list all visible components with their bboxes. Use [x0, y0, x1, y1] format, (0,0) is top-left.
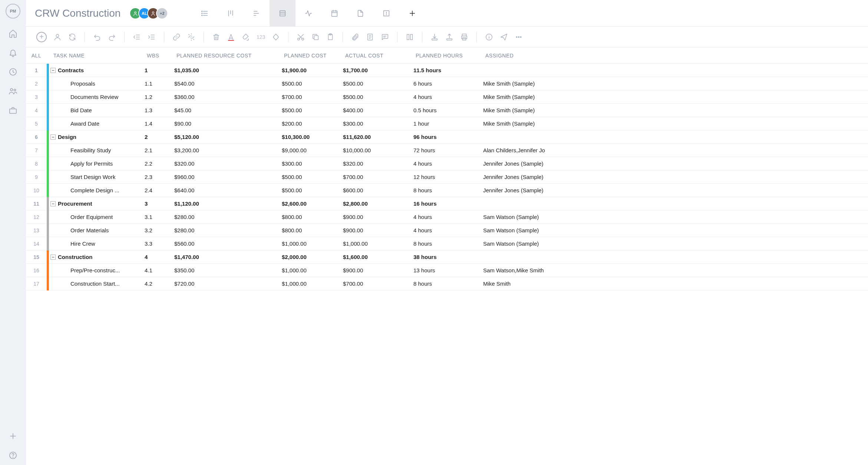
- row-number[interactable]: 4: [26, 107, 47, 113]
- cell-wbs[interactable]: 4.1: [145, 267, 174, 273]
- cell-prc[interactable]: $1,035.00: [174, 67, 282, 73]
- cell-ac[interactable]: $700.00: [343, 174, 413, 180]
- expander-icon[interactable]: −: [50, 255, 56, 260]
- cell-prc[interactable]: $320.00: [174, 160, 282, 167]
- cell-assigned[interactable]: Mike Smith (Sample): [482, 107, 868, 113]
- cell-ac[interactable]: $10,000.00: [343, 147, 413, 153]
- cell-ac[interactable]: $1,000.00: [343, 240, 413, 247]
- cell-assigned[interactable]: Jennifer Jones (Sample): [482, 187, 868, 193]
- cell-wbs[interactable]: 1.3: [145, 107, 174, 113]
- task-row[interactable]: 3Documents Review1.2$360.00$700.00$500.0…: [26, 90, 868, 104]
- task-name-cell[interactable]: −Procurement: [49, 200, 145, 207]
- cell-ph[interactable]: 8 hours: [413, 280, 482, 287]
- task-row[interactable]: 17Construction Start...4.2$720.00$1,000.…: [26, 277, 868, 290]
- sheet-view-tab[interactable]: [270, 0, 296, 27]
- avatar-group[interactable]: AL +2: [129, 7, 168, 19]
- avatar-more[interactable]: +2: [156, 7, 168, 19]
- task-row[interactable]: 8Apply for Permits2.2$320.00$300.00$320.…: [26, 157, 868, 170]
- row-number[interactable]: 7: [26, 147, 47, 153]
- cell-ph[interactable]: 16 hours: [413, 200, 482, 207]
- cell-ph[interactable]: 4 hours: [413, 94, 482, 100]
- expander-icon[interactable]: −: [50, 134, 56, 140]
- cell-prc[interactable]: $350.00: [174, 267, 282, 273]
- task-name-cell[interactable]: Start Design Work: [49, 174, 145, 180]
- cell-assigned[interactable]: Mike Smith: [482, 280, 868, 287]
- cell-prc[interactable]: $280.00: [174, 214, 282, 220]
- cell-assigned[interactable]: Alan Childers,Jennifer Jo: [482, 147, 868, 153]
- cell-prc[interactable]: $90.00: [174, 120, 282, 127]
- board-view-tab[interactable]: [218, 0, 244, 27]
- cell-pc[interactable]: $1,000.00: [282, 267, 343, 273]
- files-view-tab[interactable]: [347, 0, 373, 27]
- cell-ac[interactable]: $700.00: [343, 280, 413, 287]
- row-number[interactable]: 9: [26, 174, 47, 180]
- cell-ph[interactable]: 4 hours: [413, 214, 482, 220]
- more-icon[interactable]: [515, 33, 523, 41]
- cell-pc[interactable]: $200.00: [282, 120, 343, 127]
- cell-assigned[interactable]: Sam Watson (Sample): [482, 227, 868, 233]
- people-icon[interactable]: [9, 87, 17, 96]
- cell-pc[interactable]: $700.00: [282, 94, 343, 100]
- list-view-tab[interactable]: [192, 0, 218, 27]
- clock-icon[interactable]: [9, 67, 17, 76]
- cell-pc[interactable]: $500.00: [282, 80, 343, 87]
- row-number[interactable]: 8: [26, 161, 47, 167]
- attachment-icon[interactable]: [351, 33, 359, 41]
- row-number[interactable]: 14: [26, 241, 47, 247]
- cell-ac[interactable]: $900.00: [343, 227, 413, 233]
- row-number[interactable]: 2: [26, 81, 47, 87]
- col-actual-cost[interactable]: ACTUAL COST: [345, 53, 416, 59]
- cell-ac[interactable]: $900.00: [343, 267, 413, 273]
- task-row[interactable]: 5Award Date1.4$90.00$200.00$300.001 hour…: [26, 117, 868, 130]
- task-row[interactable]: 10Complete Design ...2.4$640.00$500.00$6…: [26, 184, 868, 197]
- milestone-icon[interactable]: [272, 33, 280, 41]
- cell-assigned[interactable]: Sam Watson (Sample): [482, 214, 868, 220]
- cell-wbs[interactable]: 1: [145, 67, 174, 73]
- cell-ac[interactable]: $500.00: [343, 94, 413, 100]
- task-row[interactable]: 2Proposals1.1$540.00$500.00$500.006 hour…: [26, 77, 868, 90]
- bell-icon[interactable]: [9, 48, 17, 57]
- cell-ph[interactable]: 1 hour: [413, 120, 482, 127]
- col-planned-cost[interactable]: PLANNED COST: [284, 53, 345, 59]
- columns-icon[interactable]: [406, 33, 414, 41]
- paste-icon[interactable]: [326, 33, 334, 41]
- task-name-cell[interactable]: Prep/Pre-construc...: [49, 267, 145, 273]
- cell-ph[interactable]: 0.5 hours: [413, 107, 482, 113]
- row-number[interactable]: 16: [26, 268, 47, 273]
- cell-ph[interactable]: 8 hours: [413, 187, 482, 193]
- cut-icon[interactable]: [297, 33, 305, 41]
- task-name-cell[interactable]: Construction Start...: [49, 280, 145, 287]
- cell-ph[interactable]: 11.5 hours: [413, 67, 482, 73]
- indent-icon[interactable]: [148, 33, 156, 41]
- numbers-button[interactable]: 123: [257, 34, 265, 40]
- task-name-cell[interactable]: Proposals: [49, 80, 145, 87]
- cell-wbs[interactable]: 1.4: [145, 120, 174, 127]
- cell-ac[interactable]: $300.00: [343, 120, 413, 127]
- cell-ph[interactable]: 4 hours: [413, 227, 482, 233]
- cell-pc[interactable]: $300.00: [282, 160, 343, 167]
- cell-wbs[interactable]: 2.3: [145, 174, 174, 180]
- cell-pc[interactable]: $1,900.00: [282, 67, 343, 73]
- cell-prc[interactable]: $3,200.00: [174, 147, 282, 153]
- cell-ac[interactable]: $1,700.00: [343, 67, 413, 73]
- task-row[interactable]: 12Order Equipment3.1$280.00$800.00$900.0…: [26, 210, 868, 224]
- cell-pc[interactable]: $800.00: [282, 214, 343, 220]
- expander-icon[interactable]: −: [50, 68, 56, 73]
- task-row[interactable]: 6−Design2$5,120.00$10,300.00$11,620.0096…: [26, 130, 868, 144]
- cell-prc[interactable]: $960.00: [174, 174, 282, 180]
- row-number[interactable]: 1: [26, 67, 47, 73]
- col-planned-resource-cost[interactable]: PLANNED RESOURCE COST: [176, 53, 284, 59]
- calendar-view-tab[interactable]: [321, 0, 347, 27]
- cell-prc[interactable]: $45.00: [174, 107, 282, 113]
- task-row[interactable]: 11−Procurement3$1,120.00$2,600.00$2,800.…: [26, 197, 868, 210]
- task-row[interactable]: 4Bid Date1.3$45.00$500.00$400.000.5 hour…: [26, 104, 868, 117]
- briefcase-icon[interactable]: [9, 106, 17, 115]
- cell-prc[interactable]: $560.00: [174, 240, 282, 247]
- cell-pc[interactable]: $1,000.00: [282, 280, 343, 287]
- cell-wbs[interactable]: 4: [145, 254, 174, 260]
- cell-wbs[interactable]: 3: [145, 200, 174, 207]
- activity-view-tab[interactable]: [296, 0, 321, 27]
- text-style-icon[interactable]: [227, 33, 235, 41]
- cell-pc[interactable]: $800.00: [282, 227, 343, 233]
- cell-prc[interactable]: $1,470.00: [174, 254, 282, 260]
